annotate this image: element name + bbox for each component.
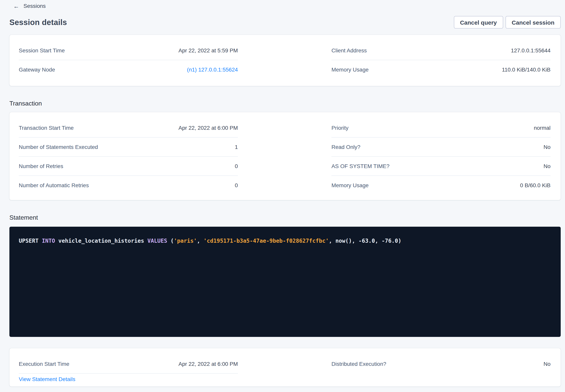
execution-card-right-column: Distributed Execution?No: [331, 354, 550, 387]
row-label: Gateway Node: [19, 67, 55, 73]
row-label: Transaction Start Time: [19, 125, 74, 131]
sql-statement: UPSERT INTO vehicle_location_histories V…: [19, 238, 401, 244]
cancel-session-button[interactable]: Cancel session: [506, 16, 561, 28]
session-card-right-column: Client Address127.0.0.1:55644Memory Usag…: [331, 41, 550, 86]
summary-row: Memory Usage110.0 KiB/140.0 KiB: [331, 60, 550, 79]
row-value: 127.0.0.1:55644: [511, 47, 550, 54]
sql-token: 'cd195171-b3a5-47ae-9beb-f028627fcfbc': [204, 238, 329, 244]
summary-row: Transaction Start TimeApr 22, 2022 at 6:…: [19, 118, 238, 137]
page-title: Session details: [9, 18, 67, 27]
sql-statement-box: UPSERT INTO vehicle_location_histories V…: [9, 227, 561, 337]
row-label: Number of Automatic Retries: [19, 182, 89, 188]
transaction-heading: Transaction: [9, 100, 42, 107]
sql-token: INTO: [42, 238, 55, 244]
sql-token: vehicle_location_histories: [55, 238, 147, 244]
divider: [19, 373, 238, 374]
breadcrumb[interactable]: ← Sessions: [13, 3, 46, 9]
row-label: AS OF SYSTEM TIME?: [331, 163, 389, 169]
summary-row: Gateway Node(n1) 127.0.0.1:55624: [19, 60, 238, 79]
summary-row: Memory Usage0 B/60.0 KiB: [331, 176, 550, 195]
sql-token: ,: [197, 238, 204, 244]
row-label: Number of Statements Executed: [19, 144, 98, 150]
row-value: 1: [235, 144, 238, 150]
summary-row: Number of Statements Executed1: [19, 138, 238, 156]
summary-row: AS OF SYSTEM TIME?No: [331, 157, 550, 175]
row-label: Memory Usage: [331, 182, 369, 188]
row-label: Memory Usage: [331, 67, 369, 73]
page-header: Session details Cancel query Cancel sess…: [9, 16, 561, 29]
session-details-page: ← Sessions Session details Cancel query …: [0, 0, 565, 392]
summary-row: Distributed Execution?No: [331, 354, 550, 373]
cancel-query-button[interactable]: Cancel query: [454, 16, 503, 28]
summary-row: Client Address127.0.0.1:55644: [331, 41, 550, 60]
sql-token: (: [167, 238, 174, 244]
row-value: 110.0 KiB/140.0 KiB: [502, 67, 550, 73]
view-statement-details-link[interactable]: View Statement Details: [19, 376, 75, 382]
sql-token: , now(), -63.0, -76.0): [329, 238, 401, 244]
row-label: Priority: [331, 125, 348, 131]
gateway-node-link[interactable]: (n1) 127.0.0.1:55624: [187, 67, 238, 73]
back-arrow-icon: ←: [13, 3, 19, 9]
transaction-card-left-column: Transaction Start TimeApr 22, 2022 at 6:…: [19, 118, 238, 200]
sql-token: VALUES: [148, 238, 167, 244]
row-value: Apr 22, 2022 at 5:59 PM: [178, 47, 238, 54]
summary-row: Number of Retries0: [19, 157, 238, 175]
session-card-left-column: Session Start TimeApr 22, 2022 at 5:59 P…: [19, 41, 238, 86]
summary-row: Number of Automatic Retries0: [19, 176, 238, 195]
statement-heading: Statement: [9, 214, 38, 221]
summary-row: Prioritynormal: [331, 118, 550, 137]
row-label: Session Start Time: [19, 47, 65, 54]
row-value: No: [543, 144, 550, 150]
sql-token: UPSERT: [19, 238, 42, 244]
row-value: 0 B/60.0 KiB: [520, 182, 550, 188]
row-label: Execution Start Time: [19, 361, 69, 367]
row-value: 0: [235, 182, 238, 188]
execution-card: Execution Start TimeApr 22, 2022 at 6:00…: [9, 348, 561, 387]
summary-row: Execution Start TimeApr 22, 2022 at 6:00…: [19, 354, 238, 373]
transaction-card-right-column: PrioritynormalRead Only?NoAS OF SYSTEM T…: [331, 118, 550, 200]
row-value: No: [543, 163, 550, 169]
row-label: Client Address: [331, 47, 367, 54]
sql-token: 'paris': [174, 238, 197, 244]
row-value: Apr 22, 2022 at 6:00 PM: [178, 361, 238, 367]
row-value: 0: [235, 163, 238, 169]
row-label: Number of Retries: [19, 163, 63, 169]
breadcrumb-sessions-label: Sessions: [23, 3, 46, 9]
summary-row: Read Only?No: [331, 138, 550, 156]
execution-card-left-column: Execution Start TimeApr 22, 2022 at 6:00…: [19, 354, 238, 387]
row-value: No: [543, 361, 550, 367]
header-actions: Cancel query Cancel session: [454, 16, 561, 28]
row-label: Distributed Execution?: [331, 361, 386, 367]
transaction-card: Transaction Start TimeApr 22, 2022 at 6:…: [9, 112, 561, 200]
session-summary-card: Session Start TimeApr 22, 2022 at 5:59 P…: [9, 35, 561, 86]
row-value: Apr 22, 2022 at 6:00 PM: [178, 125, 238, 131]
row-value: normal: [534, 125, 550, 131]
summary-row: Session Start TimeApr 22, 2022 at 5:59 P…: [19, 41, 238, 60]
row-label: Read Only?: [331, 144, 360, 150]
